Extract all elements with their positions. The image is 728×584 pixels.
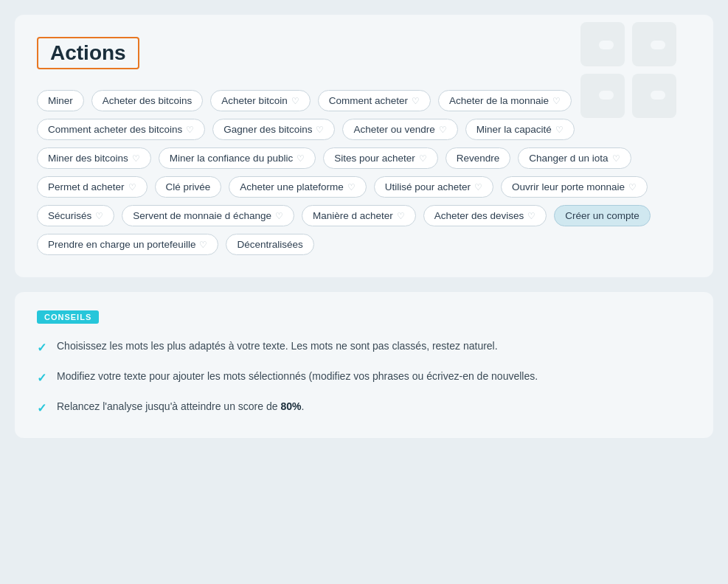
tag-item[interactable]: Acheter de la monnaie♡ (438, 90, 572, 111)
check-icon: ✓ (37, 369, 46, 387)
tag-item[interactable]: Acheter une plateforme♡ (229, 176, 366, 198)
tag-item[interactable]: Miner la capacité♡ (465, 119, 575, 140)
heart-icon: ♡ (128, 182, 136, 192)
tag-label: Comment acheter des bitcoins (48, 124, 182, 135)
tag-item[interactable]: Comment acheter♡ (318, 90, 431, 111)
tag-item[interactable]: Comment acheter des bitcoins♡ (37, 119, 205, 140)
conseils-section: CONSEILS ✓ Choisissez les mots les plus … (15, 292, 713, 438)
tag-item[interactable]: Sécurisés♡ (37, 205, 114, 226)
check-icon: ✓ (37, 400, 46, 417)
tag-item[interactable]: Manière d acheter♡ (302, 205, 416, 226)
actions-title: Actions (37, 37, 139, 69)
tag-label: Sites pour acheter (334, 153, 415, 164)
tag-label: Acheter des bitcoins (103, 95, 193, 106)
heart-icon: ♡ (291, 96, 299, 106)
tag-label: Acheter de la monnaie (449, 95, 549, 106)
conseils-badge: CONSEILS (37, 310, 99, 324)
tag-item[interactable]: Ouvrir leur porte monnaie♡ (501, 176, 648, 198)
heart-icon: ♡ (297, 153, 305, 164)
tag-item[interactable]: Servent de monnaie d échange♡ (122, 205, 294, 226)
tag-item[interactable]: Décentralisées (226, 234, 313, 255)
heart-icon: ♡ (199, 240, 207, 250)
tag-label: Miner (48, 95, 73, 106)
tag-label: Ouvrir leur porte monnaie (512, 181, 625, 192)
heart-icon: ♡ (555, 125, 564, 135)
tag-item[interactable]: Revendre (446, 147, 511, 169)
tag-item[interactable]: Acheter ou vendre♡ (342, 119, 457, 140)
heart-icon: ♡ (275, 211, 283, 221)
list-item: ✓ Modifiez votre texte pour ajouter les … (37, 369, 691, 387)
tag-label: Acheter une plateforme (240, 181, 343, 192)
conseils-text-3: Relancez l'analyse jusqu'à atteindre un … (57, 399, 304, 414)
conseils-text-2: Modifiez votre texte pour ajouter les mo… (57, 369, 538, 384)
tag-label: Miner la capacité (476, 124, 552, 135)
tag-label: Changer d un iota (529, 153, 608, 164)
heart-icon: ♡ (347, 182, 356, 192)
heart-icon: ♡ (552, 96, 561, 106)
tag-item[interactable]: Acheter bitcoin♡ (210, 90, 310, 111)
conseils-text-1: Choisissez les mots les plus adaptés à v… (57, 338, 498, 354)
tag-label: Miner des bitcoins (48, 153, 128, 164)
tag-label: Acheter des devises (434, 210, 524, 221)
heart-icon: ♡ (628, 182, 637, 192)
tag-item[interactable]: Créer un compte (554, 205, 651, 226)
svg-rect-5 (651, 41, 665, 49)
tag-label: Comment acheter (329, 95, 408, 106)
tag-label: Gagner des bitcoins (223, 124, 312, 135)
heart-icon: ♡ (439, 125, 447, 135)
actions-section: Actions MinerAcheter des bitcoinsAcheter… (15, 15, 713, 277)
tag-label: Prendre en charge un portefeuille (48, 239, 195, 250)
heart-icon: ♡ (186, 125, 194, 135)
tag-item[interactable]: Miner la confiance du public♡ (159, 147, 316, 169)
heart-icon: ♡ (412, 96, 420, 106)
svg-rect-4 (599, 41, 614, 49)
tag-label: Manière d acheter (313, 210, 393, 221)
heart-icon: ♡ (474, 182, 482, 192)
tag-label: Clé privée (166, 181, 211, 192)
tag-label: Acheter ou vendre (353, 124, 434, 135)
tag-label: Sécurisés (48, 210, 91, 221)
tag-item[interactable]: Sites pour acheter♡ (323, 147, 438, 169)
tag-item[interactable]: Changer d un iota♡ (518, 147, 631, 169)
list-item: ✓ Relancez l'analyse jusqu'à atteindre u… (37, 399, 691, 417)
tag-label: Miner la confiance du public (170, 153, 293, 164)
conseils-list: ✓ Choisissez les mots les plus adaptés à… (37, 338, 691, 417)
tag-item[interactable]: Gagner des bitcoins♡ (212, 119, 335, 140)
tag-item[interactable]: Miner (37, 90, 84, 111)
tag-item[interactable]: Miner des bitcoins♡ (37, 147, 151, 169)
heart-icon: ♡ (419, 153, 427, 164)
tag-item[interactable]: Clé privée (155, 176, 222, 198)
tag-label: Créer un compte (565, 210, 639, 221)
tag-label: Permet d acheter (48, 181, 125, 192)
heart-icon: ♡ (612, 153, 620, 164)
tag-item[interactable]: Permet d acheter♡ (37, 176, 148, 198)
heart-icon: ♡ (527, 211, 535, 221)
tag-item[interactable]: Acheter des bitcoins (91, 90, 204, 111)
tag-item[interactable]: Acheter des devises♡ (423, 205, 547, 226)
heart-icon: ♡ (95, 211, 103, 221)
tag-item[interactable]: Prendre en charge un portefeuille♡ (37, 234, 218, 255)
heart-icon: ♡ (397, 211, 405, 221)
tags-container: MinerAcheter des bitcoinsAcheter bitcoin… (37, 90, 691, 255)
tag-label: Acheter bitcoin (221, 95, 287, 106)
tag-item[interactable]: Utilisé pour acheter♡ (374, 176, 493, 198)
list-item: ✓ Choisissez les mots les plus adaptés à… (37, 338, 691, 357)
check-icon: ✓ (37, 339, 46, 357)
tag-label: Utilisé pour acheter (385, 181, 471, 192)
tag-label: Décentralisées (237, 239, 302, 250)
heart-icon: ♡ (132, 153, 140, 164)
tag-label: Servent de monnaie d échange (133, 210, 271, 221)
tag-label: Revendre (457, 153, 500, 164)
heart-icon: ♡ (316, 125, 324, 135)
